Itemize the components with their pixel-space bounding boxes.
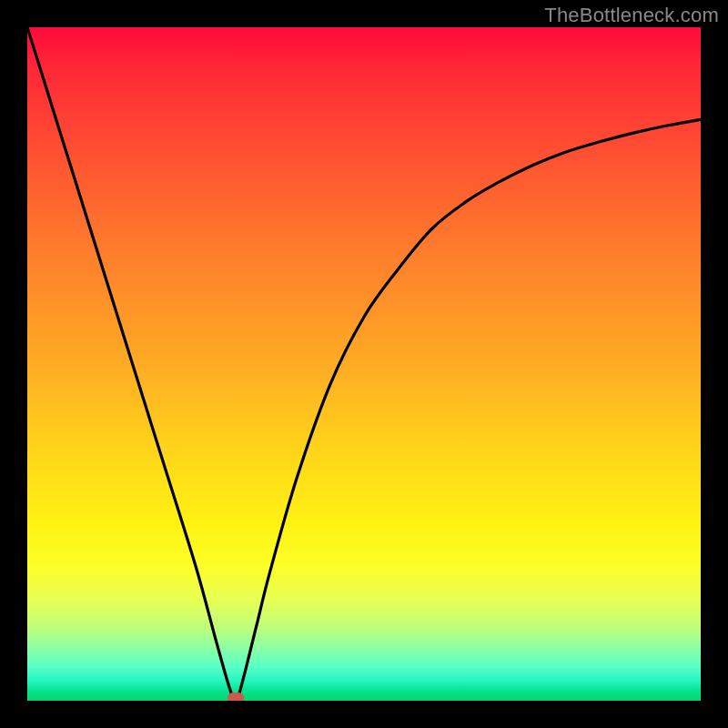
minimum-marker [228, 693, 244, 701]
bottleneck-curve [27, 27, 701, 701]
plot-area [27, 27, 701, 701]
watermark-text: TheBottleneck.com [544, 4, 719, 27]
chart-frame: TheBottleneck.com [0, 0, 728, 728]
